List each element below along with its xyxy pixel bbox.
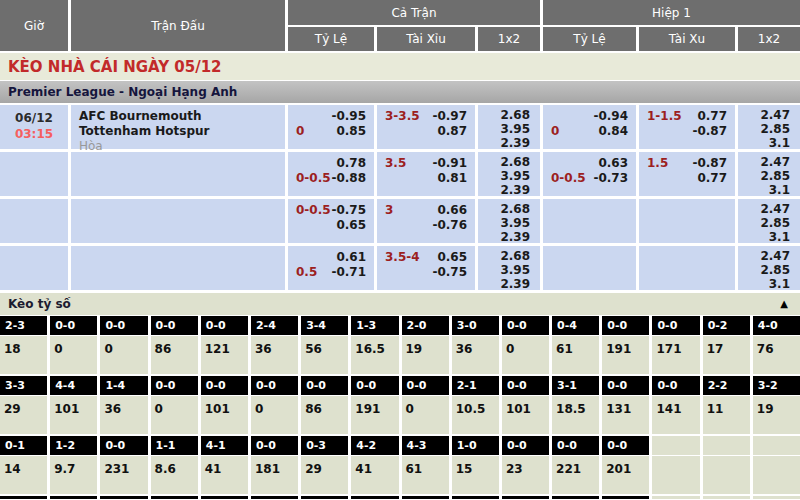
score-cell[interactable]: 3-1 <box>552 376 599 395</box>
score-cell[interactable]: 0-0 <box>652 316 699 335</box>
score-cell[interactable]: 0-0 <box>502 316 549 335</box>
ft-handicap-cell[interactable]: 0-0.5-0.75 0.65 <box>288 199 374 243</box>
h1-overunder-cell[interactable]: 1-1.50.77 -0.87 <box>639 105 735 149</box>
score-odds-cell[interactable]: 15 <box>452 456 499 494</box>
match-cell[interactable]: AFC BournemouthTottenham HotspurHòa <box>71 105 285 149</box>
h1-overunder-cell[interactable]: 1.5-0.87 0.77 <box>639 152 735 196</box>
score-cell[interactable]: 0-0 <box>100 436 147 455</box>
ft-1x2-cell[interactable]: 2.683.952.39 <box>478 246 540 290</box>
score-odds-cell[interactable]: 61 <box>402 456 449 494</box>
score-cell[interactable]: 0-0 <box>201 376 248 395</box>
score-cell[interactable]: 1-0 <box>452 436 499 455</box>
ft-overunder-cell[interactable]: 3-3.5-0.97 0.87 <box>377 105 475 149</box>
ft-1x2-cell[interactable]: 2.683.952.39 <box>478 199 540 243</box>
score-odds-cell[interactable]: 0 <box>100 336 147 374</box>
score-odds-cell[interactable]: 0 <box>402 396 449 434</box>
h1-1x2-cell[interactable]: 2.472.853.1 <box>738 199 800 243</box>
score-cell[interactable]: 2-2 <box>703 376 750 395</box>
score-odds-cell[interactable]: 86 <box>151 336 198 374</box>
score-odds-cell[interactable]: 86 <box>301 396 348 434</box>
score-odds-cell[interactable]: 131 <box>602 396 649 434</box>
score-cell[interactable]: 0-0 <box>100 316 147 335</box>
score-odds-cell[interactable]: 201 <box>602 456 649 494</box>
score-cell[interactable]: 0-1 <box>0 436 47 455</box>
h1-handicap-cell[interactable]: -0.9400.84 <box>543 105 636 149</box>
score-cell[interactable]: 2-3 <box>0 316 47 335</box>
score-cell[interactable]: 1-2 <box>50 436 97 455</box>
score-odds-cell[interactable]: 41 <box>351 456 398 494</box>
score-cell[interactable]: 4-1 <box>201 436 248 455</box>
score-cell[interactable]: 4-2 <box>351 436 398 455</box>
score-odds-cell[interactable]: 36 <box>452 336 499 374</box>
score-odds-cell[interactable]: 29 <box>0 396 47 434</box>
score-cell[interactable]: 3-2 <box>753 376 800 395</box>
score-cell[interactable]: 0-0 <box>251 376 298 395</box>
ft-overunder-cell[interactable]: 30.66 -0.76 <box>377 199 475 243</box>
ft-1x2-cell[interactable]: 2.683.952.39 <box>478 105 540 149</box>
score-odds-cell[interactable]: 36 <box>251 336 298 374</box>
score-odds-cell[interactable]: 10.5 <box>452 396 499 434</box>
score-cell[interactable]: 0-0 <box>602 376 649 395</box>
score-odds-cell[interactable]: 23 <box>502 456 549 494</box>
score-cell[interactable]: 1-3 <box>351 316 398 335</box>
score-cell[interactable]: 4-0 <box>753 316 800 335</box>
score-odds-cell[interactable]: 101 <box>50 396 97 434</box>
score-odds-cell[interactable]: 191 <box>351 396 398 434</box>
score-cell[interactable]: 0-0 <box>602 436 649 455</box>
score-cell[interactable]: 3-4 <box>301 316 348 335</box>
score-cell[interactable]: 3-3 <box>0 376 47 395</box>
score-odds-cell[interactable]: 16.5 <box>351 336 398 374</box>
score-cell[interactable]: 0-3 <box>301 436 348 455</box>
score-odds-cell[interactable]: 18 <box>0 336 47 374</box>
score-odds-cell[interactable]: 181 <box>251 456 298 494</box>
score-cell[interactable]: 0-0 <box>151 376 198 395</box>
score-odds-cell[interactable]: 17 <box>703 336 750 374</box>
score-odds-cell[interactable]: 61 <box>552 336 599 374</box>
score-cell[interactable]: 2-0 <box>402 316 449 335</box>
score-odds-cell[interactable]: 0 <box>251 396 298 434</box>
score-odds-cell[interactable]: 76 <box>753 336 800 374</box>
score-odds-cell[interactable]: 141 <box>652 396 699 434</box>
score-cell[interactable]: 1-1 <box>151 436 198 455</box>
ft-handicap-cell[interactable]: -0.9500.85 <box>288 105 374 149</box>
score-odds-cell[interactable]: 0 <box>50 336 97 374</box>
score-odds-cell[interactable]: 29 <box>301 456 348 494</box>
score-odds-cell[interactable]: 19 <box>402 336 449 374</box>
h1-1x2-cell[interactable]: 2.472.853.1 <box>738 152 800 196</box>
score-odds-cell[interactable]: 191 <box>602 336 649 374</box>
collapse-arrow-icon[interactable]: ▲ <box>780 293 788 315</box>
score-cell[interactable]: 0-0 <box>50 316 97 335</box>
score-odds-cell[interactable]: 231 <box>100 456 147 494</box>
score-cell[interactable]: 0-0 <box>502 436 549 455</box>
ft-overunder-cell[interactable]: 3.5-40.65 -0.75 <box>377 246 475 290</box>
score-odds-cell[interactable]: 101 <box>201 396 248 434</box>
ft-handicap-cell[interactable]: 0.780-0.5-0.88 <box>288 152 374 196</box>
h1-1x2-cell[interactable]: 2.472.853.1 <box>738 105 800 149</box>
score-cell[interactable]: 1-4 <box>100 376 147 395</box>
score-odds-cell[interactable]: 0 <box>151 396 198 434</box>
score-odds-cell[interactable]: 19 <box>753 396 800 434</box>
score-odds-cell[interactable]: 101 <box>502 396 549 434</box>
score-cell[interactable]: 2-1 <box>452 376 499 395</box>
score-cell[interactable]: 0-0 <box>552 436 599 455</box>
score-odds-cell[interactable]: 56 <box>301 336 348 374</box>
score-cell[interactable]: 0-0 <box>301 376 348 395</box>
score-odds-cell[interactable]: 41 <box>201 456 248 494</box>
score-odds-cell[interactable]: 18.5 <box>552 396 599 434</box>
score-odds-cell[interactable]: 121 <box>201 336 248 374</box>
score-cell[interactable]: 0-2 <box>703 316 750 335</box>
ft-handicap-cell[interactable]: 0.610.5-0.71 <box>288 246 374 290</box>
score-cell[interactable]: 3-0 <box>452 316 499 335</box>
score-cell[interactable]: 0-0 <box>201 316 248 335</box>
ft-overunder-cell[interactable]: 3.5-0.91 0.81 <box>377 152 475 196</box>
score-cell[interactable]: 0-0 <box>402 376 449 395</box>
score-cell[interactable]: 2-4 <box>251 316 298 335</box>
score-cell[interactable]: 0-0 <box>502 376 549 395</box>
score-cell[interactable]: 4-4 <box>50 376 97 395</box>
h1-1x2-cell[interactable]: 2.472.853.1 <box>738 246 800 290</box>
score-odds-cell[interactable]: 0 <box>502 336 549 374</box>
score-odds-cell[interactable]: 221 <box>552 456 599 494</box>
h1-handicap-cell[interactable]: 0.630-0.5-0.73 <box>543 152 636 196</box>
score-cell[interactable]: 0-0 <box>151 316 198 335</box>
score-cell[interactable]: 0-0 <box>251 436 298 455</box>
